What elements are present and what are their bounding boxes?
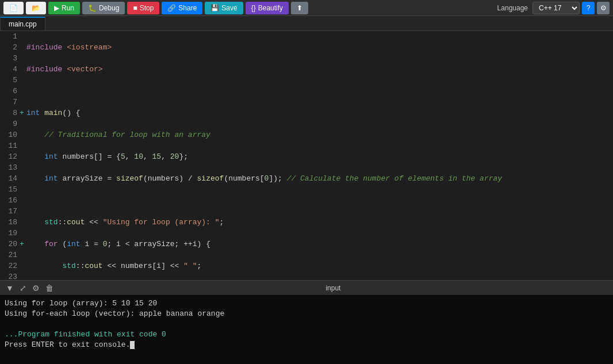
editor-area[interactable]: 1 2 3 4 5 6 7 8 9 10 11 12 13 14 15 16 1…	[0, 31, 613, 280]
console-toggle-button[interactable]: ▼	[5, 283, 15, 293]
code-line-6: int numbers[] = {5, 10, 15, 20};	[26, 151, 613, 162]
code-line-9: std::cout << "Using for loop (array): ";	[26, 217, 613, 228]
console-cursor	[130, 341, 135, 349]
console-line-1: Using for loop (array): 5 10 15 20	[5, 298, 608, 309]
code-line-7: int arraySize = sizeof(numbers) / sizeof…	[26, 173, 613, 184]
file-tab[interactable]: main.cpp	[0, 17, 45, 30]
save-button[interactable]: 💾 Save	[205, 2, 243, 14]
console-output: Using for loop (array): 5 10 15 20 Using…	[0, 295, 613, 364]
open-file-icon: 📂	[32, 4, 40, 12]
line-num-13: 13	[6, 162, 17, 173]
save-icon: 💾	[210, 4, 219, 12]
console-line-4: ...Program finished with exit code 0	[5, 329, 608, 340]
line-num-9: 9	[6, 118, 17, 129]
settings-button[interactable]: ⚙	[597, 2, 610, 14]
line-num-15: 15	[6, 184, 17, 195]
console-settings-button[interactable]: ⚙	[31, 283, 41, 293]
help-button[interactable]: ?	[582, 2, 595, 14]
line-num-17: 17	[6, 206, 17, 217]
beautify-button[interactable]: {} Beautify	[246, 2, 289, 14]
line-num-10: 10	[6, 129, 17, 140]
console-label: input	[58, 284, 608, 292]
console-line-3	[5, 319, 608, 329]
open-file-button[interactable]: 📂	[26, 2, 46, 14]
line-num-20: 20	[6, 239, 17, 250]
console-line-5: Press ENTER to exit console.	[5, 340, 608, 350]
code-line-4: int main() {	[26, 108, 613, 118]
line-num-12: 12	[6, 151, 17, 162]
code-line-5: // Traditional for loop with an array	[26, 129, 613, 140]
code-line-2: #include <vector>	[26, 64, 613, 75]
line-num-8: 8	[6, 108, 17, 118]
line-num-2: 2	[6, 42, 17, 53]
line-num-22: 22	[6, 260, 17, 271]
line-num-21: 21	[6, 250, 17, 260]
beautify-icon: {}	[251, 4, 256, 12]
line-num-19: 19	[6, 228, 17, 239]
run-button[interactable]: ▶ Run	[48, 2, 80, 14]
console-header: ▼ ⤢ ⚙ 🗑 input	[0, 280, 613, 295]
code-line-3	[26, 86, 613, 97]
line-num-16: 16	[6, 195, 17, 206]
language-label: Language	[497, 4, 528, 12]
stop-button[interactable]: ■ Stop	[127, 2, 159, 14]
toolbar: 📄 📂 ▶ Run 🐛 Debug ■ Stop 🔗 Share 💾 Save …	[0, 0, 613, 16]
code-line-11: std::cout << numbers[i] << " ";	[26, 260, 613, 271]
share-icon: 🔗	[167, 4, 176, 12]
tabbar: main.cpp	[0, 16, 613, 31]
debug-icon: 🐛	[88, 4, 97, 12]
language-select[interactable]: C++ 17 C++ 14 C 11 Java Python 3	[532, 2, 580, 14]
code-line-8	[26, 195, 613, 206]
console-clear-button[interactable]: 🗑	[44, 283, 55, 293]
line-num-4: 4	[6, 64, 17, 75]
run-icon: ▶	[54, 4, 59, 12]
console-expand-button[interactable]: ⤢	[18, 283, 28, 293]
console-line-2: Using for-each loop (vector): apple bana…	[5, 309, 608, 319]
share-button[interactable]: 🔗 Share	[162, 2, 202, 14]
tab-label: main.cpp	[9, 20, 37, 28]
line-num-18: 18	[6, 217, 17, 228]
upload-icon: ⬆	[297, 4, 302, 12]
code-line-10: for (int i = 0; i < arraySize; ++i) {	[26, 239, 613, 250]
line-num-11: 11	[6, 140, 17, 151]
line-num-14: 14	[6, 173, 17, 184]
line-num-1: 1	[6, 31, 17, 42]
line-num-23: 23	[6, 271, 17, 280]
code-content[interactable]: #include <iostream> #include <vector> in…	[23, 31, 613, 280]
stop-icon: ■	[133, 4, 137, 12]
new-file-icon: 📄	[9, 4, 18, 12]
line-num-3: 3	[6, 53, 17, 64]
line-num-7: 7	[6, 97, 17, 108]
line-num-5: 5	[6, 75, 17, 86]
new-file-button[interactable]: 📄	[3, 2, 24, 14]
line-num-6: 6	[6, 86, 17, 97]
upload-button[interactable]: ⬆	[291, 2, 308, 14]
code-line-1: #include <iostream>	[26, 42, 613, 53]
debug-button[interactable]: 🐛 Debug	[82, 2, 125, 14]
